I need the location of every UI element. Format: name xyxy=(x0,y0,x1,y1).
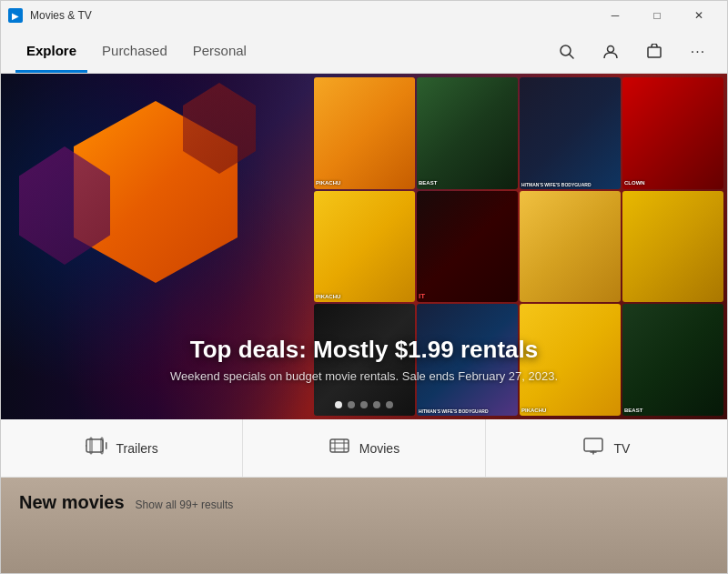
hero-title: Top deals: Mostly $1.99 rentals xyxy=(1,336,727,364)
svg-rect-3 xyxy=(648,47,661,57)
cart-button[interactable] xyxy=(640,37,669,66)
tv-label: TV xyxy=(613,441,630,456)
dot-1[interactable] xyxy=(335,401,342,408)
hero-banner: PIKACHU BEAST HITMAN'S WIFE'S BODYGUARD … xyxy=(1,74,727,419)
poster-label: BEAST xyxy=(624,408,722,414)
svg-rect-13 xyxy=(584,438,602,451)
close-button[interactable]: ✕ xyxy=(678,1,720,30)
trailers-label: Trailers xyxy=(116,441,158,456)
nav-tabs: Explore Purchased Personal xyxy=(15,30,258,73)
dot-4[interactable] xyxy=(373,401,380,408)
hero-pagination xyxy=(335,401,393,408)
nav-bar: Explore Purchased Personal xyxy=(1,30,727,74)
poster-label: PIKACHU xyxy=(521,408,619,414)
search-icon xyxy=(559,44,575,60)
maximize-button[interactable]: □ xyxy=(636,1,678,30)
movies-icon xyxy=(329,437,350,459)
hero-subtitle: Weekend specials on budget movie rentals… xyxy=(1,369,727,383)
poster-label: PIKACHU xyxy=(316,294,413,300)
tv-icon xyxy=(582,437,604,459)
svg-line-1 xyxy=(570,54,574,58)
poster-label: CLOWN xyxy=(624,180,722,186)
window-title: Movies & TV xyxy=(30,9,92,22)
dot-5[interactable] xyxy=(386,401,393,408)
window-controls: ─ □ ✕ xyxy=(594,1,720,30)
poster-clown-1: CLOWN xyxy=(622,77,723,189)
poster-yellow-1 xyxy=(520,191,621,303)
poster-bodyguard-1: HITMAN'S WIFE'S BODYGUARD xyxy=(520,77,621,189)
trailers-icon xyxy=(86,437,107,459)
poster-pikachu-2: PIKACHU xyxy=(314,191,415,303)
dot-3[interactable] xyxy=(360,401,368,408)
new-movies-title: New movies xyxy=(19,492,125,513)
svg-rect-7 xyxy=(106,442,107,449)
account-icon xyxy=(602,44,619,60)
minimize-button[interactable]: ─ xyxy=(594,1,636,30)
category-tv[interactable]: TV xyxy=(486,419,727,477)
section-header: New movies Show all 99+ results xyxy=(19,492,709,513)
poster-yellow-2 xyxy=(622,191,723,303)
svg-rect-4 xyxy=(86,439,103,452)
app-window: ▶ Movies & TV ─ □ ✕ Explore Purchased Pe… xyxy=(0,0,728,574)
title-bar: ▶ Movies & TV ─ □ ✕ xyxy=(1,1,727,30)
show-all-link[interactable]: Show all 99+ results xyxy=(136,498,234,511)
poster-pikachu-1: PIKACHU xyxy=(314,77,415,189)
dot-2[interactable] xyxy=(348,401,355,408)
svg-point-2 xyxy=(608,45,614,52)
app-icon: ▶ xyxy=(8,8,23,23)
title-bar-left: ▶ Movies & TV xyxy=(8,8,92,23)
category-bar: Trailers Movies xyxy=(1,419,727,478)
category-trailers[interactable]: Trailers xyxy=(1,419,243,477)
search-button[interactable] xyxy=(552,37,581,66)
poster-label: PIKACHU xyxy=(316,180,413,186)
movies-label: Movies xyxy=(359,441,399,456)
account-button[interactable] xyxy=(596,37,625,66)
poster-beast-1: BEAST xyxy=(417,77,518,189)
bottom-section: New movies Show all 99+ results xyxy=(1,478,727,573)
category-movies[interactable]: Movies xyxy=(243,419,485,477)
tab-explore[interactable]: Explore xyxy=(15,30,87,73)
more-button[interactable]: ··· xyxy=(683,37,713,66)
poster-label: IT xyxy=(419,292,516,301)
cart-icon xyxy=(646,44,662,60)
tab-purchased[interactable]: Purchased xyxy=(91,30,178,73)
poster-it-1: IT xyxy=(417,191,518,303)
svg-rect-8 xyxy=(330,439,349,452)
poster-label: BEAST xyxy=(419,180,516,186)
nav-actions: ··· xyxy=(552,37,713,66)
tab-personal[interactable]: Personal xyxy=(182,30,258,73)
hero-overlay: Top deals: Mostly $1.99 rentals Weekend … xyxy=(1,336,727,383)
